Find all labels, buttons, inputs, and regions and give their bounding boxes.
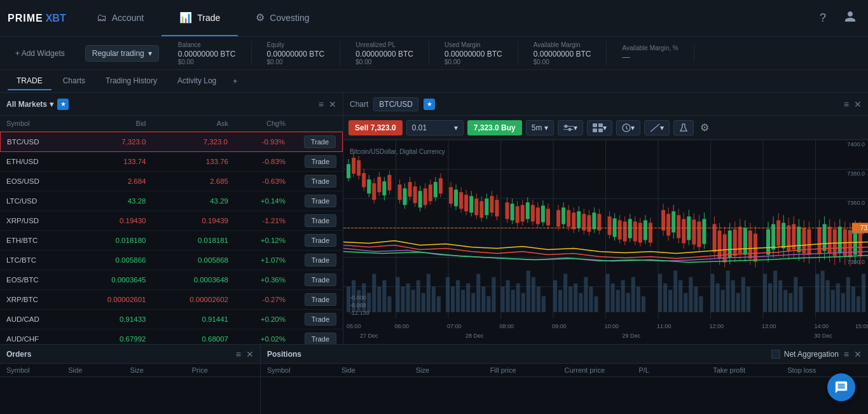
positions-panel: Positions Net Aggregation ≡ ✕ Symbol Sid… (261, 345, 868, 414)
tab-trade[interactable]: TRADE (8, 72, 52, 90)
svg-rect-31 (372, 274, 376, 312)
orders-menu-icon[interactable]: ≡ (236, 349, 241, 359)
trade-button[interactable]: Trade (305, 214, 336, 227)
panel-controls: ≡ ✕ (319, 99, 336, 109)
trade-button[interactable]: Trade (305, 313, 336, 326)
cell-chg: -0.83% (228, 158, 286, 165)
market-rows: BTC/USD 7,323.0 7,323.0 -0.93% Trade ETH… (0, 132, 343, 344)
table-row[interactable]: ETH/BTC 0.018180 0.018181 +0.12% Trade (0, 231, 343, 251)
chart-area[interactable]: 7323.0 7400.0 7380.0 7360.0 7340.0 7300.… (343, 140, 868, 344)
svg-rect-82 (668, 290, 672, 312)
quantity-value: 0.01 (412, 123, 427, 132)
table-row[interactable]: AUD/CHF 0.67992 0.68007 +0.02% Trade (0, 329, 343, 344)
chevron-down-icon: ▾ (574, 123, 577, 132)
svg-rect-66 (568, 287, 572, 312)
nav-tab-account-label: Account (112, 13, 144, 23)
table-row[interactable]: LTC/BTC 0.005866 0.005868 +1.07% Trade (0, 251, 343, 270)
stat-balance-label: Balance (178, 41, 236, 48)
table-row[interactable]: BTC/USD 7,323.0 7,323.0 -0.93% Trade (0, 132, 343, 152)
svg-text:7380.0: 7380.0 (847, 170, 865, 177)
trade-button[interactable]: Trade (305, 175, 336, 188)
chart-symbol-btn[interactable]: ★ (424, 99, 435, 110)
trade-button[interactable]: Trade (305, 293, 336, 306)
table-row[interactable]: EOS/USD 2.684 2.685 -0.63% Trade (0, 172, 343, 191)
cell-bid: 0.00002601 (64, 296, 146, 303)
flask-button[interactable] (673, 120, 694, 135)
add-tab-button[interactable]: + (228, 74, 242, 88)
svg-rect-246 (718, 230, 722, 258)
trade-button[interactable]: Trade (305, 195, 336, 207)
positions-close-icon[interactable]: ✕ (854, 349, 862, 359)
svg-rect-224 (649, 223, 652, 242)
tab-activity-log[interactable]: Activity Log (169, 72, 225, 90)
svg-rect-214 (623, 221, 627, 241)
svg-rect-230 (672, 211, 675, 232)
cell-bid: 0.67992 (64, 335, 146, 343)
trade-button[interactable]: Trade (305, 254, 336, 266)
time-button[interactable]: ▾ (616, 120, 640, 135)
cell-chg: -0.63% (228, 177, 286, 185)
orders-controls: ≡ ✕ (236, 349, 254, 359)
tab-charts[interactable]: Charts (54, 72, 94, 90)
panel-close-icon[interactable]: ✕ (329, 99, 336, 109)
nav-tab-trade[interactable]: 📊 Trade (162, 0, 238, 36)
svg-rect-216 (628, 219, 632, 238)
nav-tab-account[interactable]: 🗂 Account (79, 0, 162, 36)
svg-rect-192 (561, 207, 565, 224)
cell-action: Trade (285, 135, 336, 148)
nav-tab-covesting[interactable]: ⚙ Covesting (238, 0, 327, 36)
interval-selector[interactable]: 5m ▾ (526, 120, 555, 135)
svg-rect-51 (481, 287, 485, 312)
svg-rect-130 (382, 181, 386, 195)
chart-symbol-selector[interactable]: BTC/USD (373, 97, 418, 111)
svg-text:13:00: 13:00 (762, 323, 776, 329)
trade-button[interactable]: Trade (304, 135, 336, 148)
svg-rect-111 (846, 277, 850, 312)
table-row[interactable]: EOS/BTC 0.0003645 0.0003648 +0.36% Trade (0, 270, 343, 290)
chart-close-icon[interactable]: ✕ (854, 99, 862, 109)
table-row[interactable]: XRP/USD 0.19430 0.19439 -1.21% Trade (0, 211, 343, 231)
svg-rect-262 (766, 229, 770, 254)
logo: PRIME XBT (8, 13, 66, 24)
trade-button[interactable]: Trade (305, 333, 336, 344)
trade-button[interactable]: Trade (305, 234, 336, 247)
market-filter-button[interactable]: ★ (57, 99, 69, 110)
draw-line-button[interactable]: ▾ (644, 120, 670, 135)
help-button[interactable]: ? (816, 8, 830, 29)
sell-button[interactable]: Sell 7,323.0 (348, 120, 403, 135)
orders-close-icon[interactable]: ✕ (246, 349, 254, 359)
svg-rect-6 (593, 128, 597, 132)
all-markets-button[interactable]: All Markets ▾ (6, 100, 53, 109)
svg-rect-77 (631, 277, 635, 312)
svg-rect-238 (692, 219, 696, 244)
header: PRIME XBT 🗂 Account 📊 Trade ⚙ Covesting … (0, 0, 868, 37)
cell-chg: +0.36% (228, 276, 286, 284)
panel-menu-icon[interactable]: ≡ (319, 99, 324, 109)
buy-button[interactable]: 7,323.0 Buy (467, 120, 522, 135)
bottom-panels: Orders ≡ ✕ Symbol Side Size Price Positi… (0, 344, 868, 414)
table-row[interactable]: ETH/USD 133.74 133.76 -0.83% Trade (0, 152, 343, 172)
svg-rect-59 (527, 271, 530, 312)
settings-button[interactable]: ⚙ (698, 119, 712, 136)
net-aggregation-checkbox[interactable]: Net Aggregation (771, 350, 839, 359)
trade-button[interactable]: Trade (305, 273, 336, 286)
indicator-button[interactable]: ▾ (558, 120, 583, 135)
trade-button[interactable]: Trade (305, 155, 336, 168)
add-widgets-button[interactable]: + Add Widgets (8, 45, 72, 62)
table-row[interactable]: AUD/CAD 0.91433 0.91441 +0.20% Trade (0, 310, 343, 329)
cell-bid: 2.684 (64, 177, 146, 185)
positions-menu-icon[interactable]: ≡ (844, 349, 849, 359)
chat-bubble[interactable] (827, 373, 855, 401)
svg-rect-95 (741, 277, 745, 312)
table-row[interactable]: LTC/USD 43.28 43.29 +0.14% Trade (0, 191, 343, 211)
user-button[interactable] (840, 6, 860, 30)
table-row[interactable]: XRP/BTC 0.00002601 0.00002602 -0.27% Tra… (0, 290, 343, 310)
checkbox-box[interactable] (771, 350, 780, 359)
orders-panel-title: Orders (6, 350, 31, 359)
quantity-input[interactable]: 0.01 ▾ (406, 120, 464, 135)
trading-mode-select[interactable]: Regular trading ▾ (85, 45, 159, 62)
tab-trading-history[interactable]: Trading History (97, 72, 166, 90)
layout-button[interactable]: ▾ (587, 120, 612, 135)
svg-text:29 Dec: 29 Dec (622, 333, 640, 339)
chart-menu-icon[interactable]: ≡ (844, 99, 849, 109)
